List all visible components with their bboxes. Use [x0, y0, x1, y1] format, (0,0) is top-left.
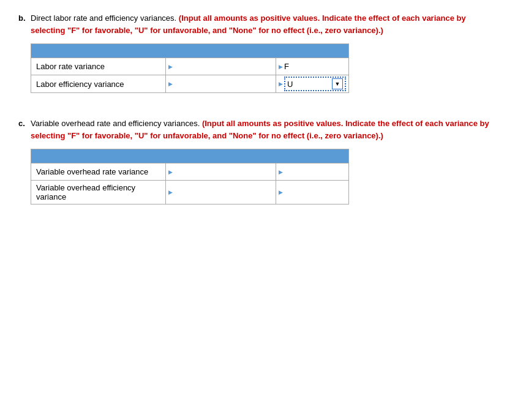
- var-overhead-rate-variance-label: Variable overhead rate variance: [31, 163, 166, 180]
- section-b-letter: b.: [18, 12, 27, 36]
- var-overhead-efficiency-variance-label: Variable overhead efficiency variance: [31, 181, 166, 204]
- labor-efficiency-variance-amount-input[interactable]: [174, 80, 273, 89]
- section-c-label: c. Variable overhead rate and efficiency…: [18, 118, 497, 141]
- labor-efficiency-variance-effect-cell[interactable]: U ▼: [276, 75, 348, 92]
- section-b-table: Labor rate variance F Labor efficiency v…: [31, 43, 349, 93]
- section-b-intro: Direct labor rate and efficiency varianc…: [31, 13, 179, 23]
- section-b-text: Direct labor rate and efficiency varianc…: [31, 12, 497, 36]
- labor-efficiency-variance-label: Labor efficiency variance: [31, 75, 166, 92]
- section-c-table: Variable overhead rate variance Variable…: [31, 149, 349, 204]
- table-row: Variable overhead efficiency variance: [31, 180, 348, 204]
- var-overhead-rate-variance-amount-input[interactable]: [174, 167, 273, 176]
- section-c-text: Variable overhead rate and efficiency va…: [31, 118, 497, 141]
- labor-rate-variance-amount-cell[interactable]: [166, 58, 276, 75]
- table-row: Labor efficiency variance U ▼: [31, 75, 348, 92]
- labor-efficiency-variance-amount-cell[interactable]: [166, 75, 276, 92]
- table-row: Labor rate variance F: [31, 58, 348, 75]
- var-overhead-efficiency-variance-amount-cell[interactable]: [166, 181, 276, 204]
- var-overhead-rate-variance-effect-cell[interactable]: [276, 163, 348, 180]
- var-overhead-rate-variance-amount-cell[interactable]: [166, 163, 276, 180]
- labor-rate-variance-amount-input[interactable]: [174, 62, 273, 71]
- var-overhead-efficiency-variance-amount-input[interactable]: [174, 188, 273, 197]
- section-c: c. Variable overhead rate and efficiency…: [18, 118, 497, 204]
- labor-rate-variance-label: Labor rate variance: [31, 58, 166, 75]
- table-row: Variable overhead rate variance: [31, 163, 348, 180]
- table-c-header: [31, 149, 348, 163]
- labor-rate-variance-effect-control[interactable]: F: [284, 62, 346, 71]
- labor-efficiency-variance-dropdown-arrow[interactable]: ▼: [332, 78, 343, 89]
- section-c-intro: Variable overhead rate and efficiency va…: [31, 119, 202, 128]
- labor-efficiency-variance-effect-value: U: [287, 80, 331, 89]
- table-b-header: [31, 44, 348, 58]
- labor-rate-variance-effect-cell[interactable]: F: [276, 58, 348, 75]
- section-b-label: b. Direct labor rate and efficiency vari…: [18, 12, 497, 36]
- var-overhead-efficiency-variance-effect-cell[interactable]: [276, 181, 348, 204]
- section-c-letter: c.: [18, 118, 27, 141]
- section-b: b. Direct labor rate and efficiency vari…: [18, 12, 497, 93]
- labor-efficiency-variance-effect-control[interactable]: U ▼: [284, 77, 346, 91]
- labor-rate-variance-effect-value: F: [284, 62, 346, 71]
